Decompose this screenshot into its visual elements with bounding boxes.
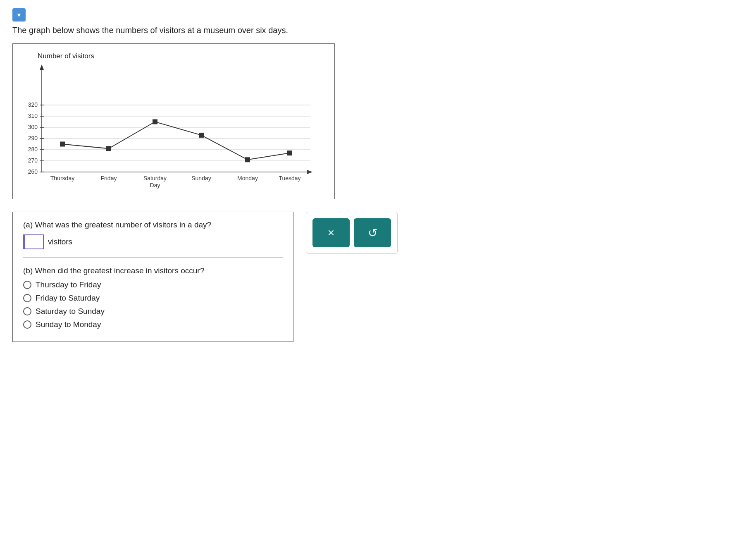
radio-option-3[interactable]: Saturday to Sunday bbox=[23, 307, 283, 316]
visitors-input[interactable] bbox=[23, 234, 44, 249]
chart-container: Number of visitors 260 270 280 290 300 bbox=[12, 43, 335, 199]
line-chart: 260 270 280 290 300 310 320 Thursday Fri… bbox=[17, 62, 319, 195]
svg-text:300: 300 bbox=[28, 124, 38, 130]
questions-box: (a) What was the greatest number of visi… bbox=[12, 212, 293, 342]
svg-marker-1 bbox=[40, 64, 44, 70]
svg-rect-34 bbox=[153, 119, 157, 124]
svg-rect-37 bbox=[287, 150, 292, 155]
radio-label-1: Thursday to Friday bbox=[36, 280, 101, 289]
svg-text:Monday: Monday bbox=[237, 175, 258, 182]
chart-title: Number of visitors bbox=[17, 52, 326, 60]
visitors-unit: visitors bbox=[48, 237, 72, 246]
svg-text:310: 310 bbox=[28, 112, 38, 119]
svg-rect-36 bbox=[245, 157, 250, 162]
radio-circle-4 bbox=[23, 320, 31, 329]
question-a-label: (a) What was the greatest number of visi… bbox=[23, 220, 283, 229]
svg-text:270: 270 bbox=[28, 157, 38, 164]
radio-circle-2 bbox=[23, 294, 31, 302]
header-icon: ▼ bbox=[12, 8, 26, 22]
svg-text:Thursday: Thursday bbox=[50, 175, 74, 182]
undo-button[interactable]: ↺ bbox=[354, 218, 391, 247]
svg-text:280: 280 bbox=[28, 146, 38, 153]
radio-option-1[interactable]: Thursday to Friday bbox=[23, 280, 283, 289]
svg-text:Day: Day bbox=[150, 182, 160, 189]
intro-text: The graph below shows the numbers of vis… bbox=[12, 26, 744, 35]
radio-option-2[interactable]: Friday to Saturday bbox=[23, 294, 283, 303]
buttons-panel: × ↺ bbox=[306, 212, 398, 254]
clear-button[interactable]: × bbox=[312, 218, 350, 247]
radio-circle-3 bbox=[23, 307, 31, 315]
svg-rect-33 bbox=[106, 146, 111, 151]
svg-rect-35 bbox=[199, 133, 204, 138]
svg-text:260: 260 bbox=[28, 168, 38, 175]
radio-circle-1 bbox=[23, 281, 31, 289]
svg-text:Saturday: Saturday bbox=[143, 175, 167, 182]
svg-text:320: 320 bbox=[28, 101, 38, 108]
svg-text:Tuesday: Tuesday bbox=[279, 175, 300, 182]
svg-text:290: 290 bbox=[28, 135, 38, 141]
answer-row: visitors bbox=[23, 234, 283, 249]
radio-label-2: Friday to Saturday bbox=[36, 294, 100, 303]
radio-label-3: Saturday to Sunday bbox=[36, 307, 105, 316]
radio-option-4[interactable]: Sunday to Monday bbox=[23, 320, 283, 329]
questions-section: (a) What was the greatest number of visi… bbox=[12, 212, 744, 342]
question-a: (a) What was the greatest number of visi… bbox=[23, 220, 283, 258]
radio-label-4: Sunday to Monday bbox=[36, 320, 101, 329]
question-b-label: (b) When did the greatest increase in vi… bbox=[23, 266, 283, 275]
svg-text:Sunday: Sunday bbox=[191, 175, 211, 182]
svg-text:Friday: Friday bbox=[101, 175, 117, 182]
question-b: (b) When did the greatest increase in vi… bbox=[23, 266, 283, 329]
svg-rect-32 bbox=[60, 142, 65, 147]
